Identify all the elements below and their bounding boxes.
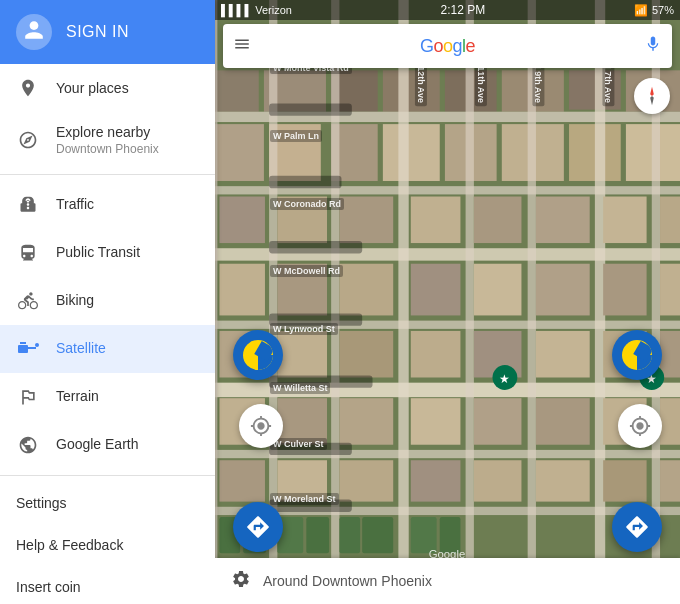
svg-rect-29 — [215, 0, 217, 604]
explore-nearby-text: Explore nearby Downtown Phoenix — [56, 124, 159, 156]
compass-button[interactable] — [634, 78, 670, 114]
carrier-text: ▌▌▌▌ Verizon — [221, 4, 292, 16]
bottom-bar: Around Downtown Phoenix — [215, 558, 680, 604]
sidebar-item-google-earth[interactable]: Google Earth — [0, 421, 215, 469]
svg-rect-5 — [215, 70, 259, 111]
location-button-right[interactable] — [618, 404, 662, 448]
explore-icon — [16, 128, 40, 152]
navigate-fab-left[interactable] — [233, 502, 283, 552]
svg-rect-40 — [411, 197, 461, 244]
sidebar: SIGN IN Your places Explore nearby Downt… — [0, 0, 215, 604]
traffic-icon — [16, 193, 40, 217]
svg-rect-48 — [411, 264, 461, 316]
svg-rect-86 — [269, 176, 341, 188]
sidebar-item-explore-nearby[interactable]: Explore nearby Downtown Phoenix — [0, 112, 215, 168]
pacman-button-right[interactable] — [612, 330, 662, 380]
navigate-fab-right[interactable] — [612, 502, 662, 552]
sidebar-nav: Your places Explore nearby Downtown Phoe… — [0, 64, 215, 604]
earth-icon — [16, 433, 40, 457]
sidebar-item-satellite[interactable]: Satellite — [0, 325, 215, 373]
svg-rect-43 — [603, 197, 646, 244]
svg-rect-68 — [660, 398, 680, 445]
explore-nearby-sublabel: Downtown Phoenix — [56, 142, 159, 156]
svg-rect-74 — [536, 460, 590, 501]
sidebar-header[interactable]: SIGN IN — [0, 0, 215, 64]
svg-rect-71 — [339, 460, 393, 501]
status-icons: 📶 57% — [634, 4, 674, 17]
svg-rect-46 — [277, 264, 327, 316]
svg-rect-16 — [383, 124, 440, 181]
svg-rect-33 — [466, 0, 474, 604]
svg-rect-0 — [18, 345, 28, 353]
svg-rect-62 — [277, 398, 327, 445]
svg-rect-58 — [536, 331, 590, 378]
help-label: Help & Feedback — [16, 537, 123, 553]
status-carrier: ▌▌▌▌ Verizon — [221, 4, 292, 16]
mic-icon[interactable] — [644, 35, 662, 57]
pacman-icon-left — [243, 340, 273, 370]
svg-rect-72 — [411, 460, 461, 501]
sidebar-item-settings[interactable]: Settings — [0, 482, 215, 524]
svg-rect-65 — [474, 398, 522, 445]
pacman-icon-right — [622, 340, 652, 370]
sidebar-item-help[interactable]: Help & Feedback — [0, 524, 215, 566]
svg-rect-69 — [219, 460, 265, 501]
svg-rect-63 — [339, 398, 393, 445]
svg-rect-87 — [269, 241, 362, 253]
svg-rect-88 — [269, 313, 362, 325]
pacman-button-left[interactable] — [233, 330, 283, 380]
sidebar-item-biking[interactable]: Biking — [0, 277, 215, 325]
sidebar-item-public-transit[interactable]: Public Transit — [0, 229, 215, 277]
terrain-label: Terrain — [56, 388, 99, 405]
bike-icon — [16, 289, 40, 313]
insert-coin-label: Insert coin — [16, 579, 81, 595]
traffic-label: Traffic — [56, 196, 94, 213]
hamburger-icon[interactable] — [233, 35, 251, 57]
svg-rect-81 — [339, 517, 360, 553]
svg-rect-32 — [398, 0, 408, 604]
battery-text: 57% — [652, 4, 674, 16]
svg-rect-54 — [277, 331, 327, 378]
svg-rect-2 — [28, 347, 36, 349]
svg-rect-38 — [277, 197, 327, 244]
svg-rect-13 — [215, 124, 264, 181]
google-earth-label: Google Earth — [56, 436, 139, 453]
map-area: ▌▌▌▌ Verizon 2:12 PM 📶 57% — [215, 0, 680, 604]
svg-rect-55 — [339, 331, 393, 378]
svg-rect-44 — [660, 197, 680, 244]
map-svg: ★ ★ Google — [215, 0, 680, 604]
svg-rect-91 — [269, 500, 352, 512]
svg-rect-76 — [660, 460, 680, 501]
biking-label: Biking — [56, 292, 94, 309]
sidebar-item-traffic[interactable]: Traffic — [0, 181, 215, 229]
svg-rect-42 — [536, 197, 590, 244]
bus-icon — [16, 241, 40, 265]
svg-rect-45 — [219, 264, 265, 316]
google-logo: Google — [261, 36, 634, 57]
svg-rect-51 — [603, 264, 646, 316]
location-button-left[interactable] — [239, 404, 283, 448]
sidebar-item-your-places[interactable]: Your places — [0, 64, 215, 112]
search-bar[interactable]: Google — [223, 24, 672, 68]
map-background[interactable]: ★ ★ Google W Monte Vista Rd W Palm Ln W … — [215, 0, 680, 604]
status-bar: ▌▌▌▌ Verizon 2:12 PM 📶 57% — [215, 0, 680, 20]
svg-rect-70 — [277, 460, 327, 501]
terrain-icon — [16, 385, 40, 409]
svg-rect-50 — [536, 264, 590, 316]
svg-rect-39 — [339, 197, 393, 244]
sign-in-label[interactable]: SIGN IN — [66, 23, 129, 41]
public-transit-label: Public Transit — [56, 244, 140, 261]
svg-rect-1 — [20, 342, 26, 344]
svg-rect-31 — [331, 0, 339, 604]
svg-rect-73 — [474, 460, 522, 501]
sidebar-item-terrain[interactable]: Terrain — [0, 373, 215, 421]
explore-nearby-label: Explore nearby — [56, 124, 159, 141]
avatar[interactable] — [16, 14, 52, 50]
svg-marker-98 — [650, 96, 654, 105]
svg-rect-66 — [536, 398, 590, 445]
nav-divider-2 — [0, 475, 215, 476]
satellite-label: Satellite — [56, 340, 106, 357]
svg-rect-89 — [269, 375, 372, 387]
svg-rect-34 — [528, 0, 536, 604]
sidebar-item-insert-coin[interactable]: Insert coin — [0, 566, 215, 604]
